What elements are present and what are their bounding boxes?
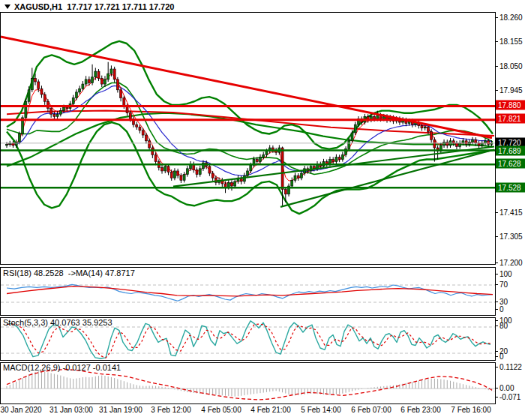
time-axis-label: 4 Feb 21:00: [250, 406, 290, 414]
time-axis-label: 3 Feb 12:00: [151, 406, 190, 414]
axis-tick: 0.1122: [495, 362, 522, 371]
macd-indicator-label: MACD(12,26,9) -0.0127 -0.0141: [3, 363, 121, 372]
price-badge-17.821: 17.821: [496, 114, 525, 124]
price-badge-17.880: 17.880: [496, 100, 525, 110]
axis-tick: 0: [495, 304, 504, 314]
symbol-dropdown-icon[interactable]: [4, 4, 10, 9]
quote-values: 17.717 17.721 17.711 17.720: [62, 2, 174, 11]
axis-tick: 0: [495, 352, 504, 361]
axis-tick: 18.260: [495, 13, 523, 22]
axis-tick: 17.305: [495, 232, 523, 242]
axis-tick: 18.050: [495, 62, 523, 70]
symbol-timeframe-label: XAGUSD,H1: [14, 2, 62, 11]
mt4-chart-window: XAGUSD,H1 17.717 17.721 17.711 17.720 RS…: [0, 0, 525, 420]
axis-tick: -0.071: [495, 392, 520, 401]
time-axis-label: 31 Jan 03:00: [50, 406, 93, 414]
main-price-panel: [0, 12, 496, 265]
stochastic-indicator-label: Stoch(5,3,3) 40.0763 35.9253: [3, 318, 112, 327]
price-badge-17.528: 17.528: [496, 183, 525, 193]
axis-tick: 17.945: [495, 86, 523, 95]
axis-tick: 17.200: [495, 258, 523, 267]
time-axis-label: 6 Feb 23:00: [400, 406, 440, 414]
time-axis-label: 4 Feb 05:00: [201, 406, 241, 414]
axis-tick: 0.00: [495, 383, 514, 392]
axis-tick: 70: [495, 280, 508, 289]
rsi-indicator-label: RSI(18) 48.2528 ->MA(14) 47.8717: [3, 268, 135, 278]
time-axis-label: 5 Feb 14:00: [301, 406, 340, 414]
price-badge-17.689: 17.689: [496, 146, 525, 156]
axis-tick: 18.155: [495, 38, 523, 46]
time-axis-label: 6 Feb 07:00: [351, 406, 391, 414]
axis-tick: 100: [495, 269, 512, 278]
time-axis-label: 31 Jan 19:00: [99, 406, 142, 414]
time-axis[interactable]: 30 Jan 202031 Jan 03:0031 Jan 19:003 Feb…: [0, 406, 525, 418]
axis-tick: 17.415: [495, 208, 523, 217]
price-chart-canvas[interactable]: [1, 13, 495, 264]
time-axis-label: 7 Feb 16:00: [451, 406, 490, 414]
axis-tick: 80: [495, 321, 508, 330]
price-badge-17.628: 17.628: [496, 159, 525, 169]
chart-title: XAGUSD,H1 17.717 17.721 17.711 17.720: [4, 2, 174, 12]
price-axis[interactable]: 18.26018.15518.05017.94517.41517.30517.2…: [495, 0, 525, 420]
time-axis-label: 30 Jan 2020: [0, 406, 41, 414]
